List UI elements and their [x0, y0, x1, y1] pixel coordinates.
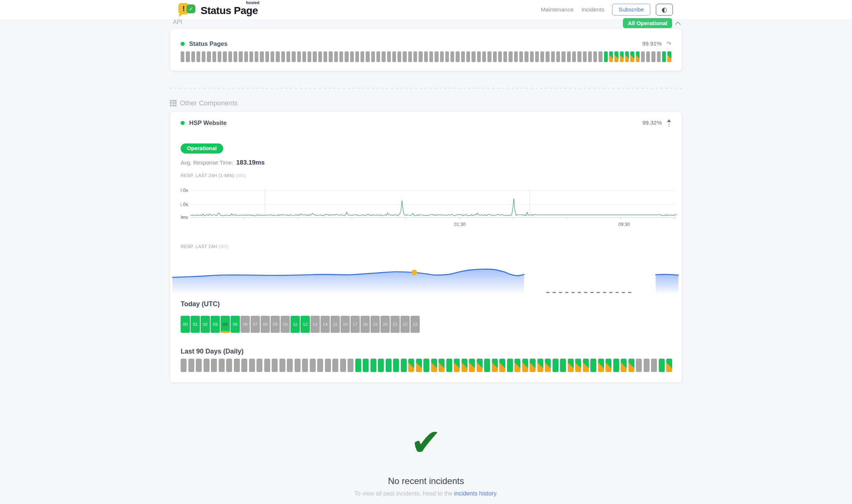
highlighted-data-point[interactable] [412, 270, 417, 275]
uptime-bar[interactable] [223, 51, 227, 62]
uptime-bar[interactable] [295, 359, 301, 372]
uptime-bar[interactable] [196, 359, 202, 372]
uptime-bar[interactable] [219, 359, 225, 372]
uptime-bar[interactable] [493, 51, 497, 62]
uptime-bar[interactable] [651, 359, 657, 372]
uptime-bar[interactable] [386, 359, 392, 372]
uptime-bar[interactable] [588, 51, 592, 62]
uptime-bar[interactable] [461, 51, 465, 62]
brand-logo[interactable]: ! ✓ Status Pagehosted [178, 2, 258, 18]
uptime-bar[interactable] [546, 51, 549, 62]
uptime-bar[interactable] [376, 51, 380, 62]
uptime-bar[interactable] [593, 51, 597, 62]
uptime-bar[interactable] [498, 51, 502, 62]
uptime-bar[interactable] [630, 51, 634, 62]
chevron-up-icon[interactable] [675, 21, 681, 26]
hour-block-08[interactable]: 08 [261, 316, 270, 333]
uptime-bar[interactable] [450, 51, 454, 62]
uptime-bar[interactable] [439, 359, 445, 372]
uptime-bar[interactable] [202, 51, 205, 62]
uptime-bar[interactable] [271, 51, 274, 62]
uptime-bar[interactable] [625, 51, 629, 62]
uptime-bar[interactable] [241, 359, 247, 372]
uptime-bar[interactable] [445, 51, 449, 62]
uptime-bar[interactable] [462, 359, 467, 372]
uptime-bar[interactable] [265, 51, 269, 62]
uptime-bar[interactable] [207, 51, 211, 62]
uptime-bar[interactable] [429, 51, 433, 62]
uptime-bar[interactable] [332, 359, 338, 372]
uptime-bar[interactable] [281, 51, 285, 62]
theme-toggle-button[interactable]: ◐ [656, 4, 673, 16]
uptime-bar[interactable] [556, 51, 560, 62]
uptime-bar[interactable] [590, 359, 596, 372]
uptime-bar[interactable] [620, 51, 624, 62]
uptime-bar[interactable] [606, 359, 611, 372]
refresh-icon[interactable]: ↷ [667, 40, 671, 47]
uptime-bar[interactable] [339, 51, 343, 62]
uptime-bar[interactable] [446, 359, 452, 372]
uptime-bar[interactable] [297, 51, 301, 62]
uptime-bar[interactable] [551, 51, 555, 62]
uptime-bar[interactable] [234, 359, 240, 372]
uptime-bar[interactable] [657, 51, 661, 62]
uptime-bar[interactable] [287, 359, 293, 372]
uptime-bar[interactable] [524, 51, 528, 62]
uptime-bar[interactable] [419, 51, 422, 62]
hour-block-11[interactable]: 11 [291, 316, 300, 333]
uptime-bar[interactable] [666, 359, 672, 372]
uptime-bar[interactable] [598, 359, 604, 372]
uptime-bar[interactable] [249, 359, 255, 372]
uptime-bar[interactable] [313, 51, 316, 62]
uptime-bar[interactable] [403, 51, 406, 62]
uptime-bar[interactable] [323, 51, 327, 62]
uptime-bar[interactable] [302, 359, 308, 372]
uptime-bar[interactable] [279, 359, 285, 372]
uptime-bar[interactable] [286, 51, 290, 62]
uptime-bar[interactable] [514, 359, 520, 372]
uptime-bar[interactable] [382, 51, 385, 62]
uptime-bar[interactable] [469, 359, 475, 372]
uptime-bar[interactable] [345, 51, 348, 62]
uptime-bar[interactable] [537, 359, 543, 372]
uptime-bar[interactable] [355, 51, 359, 62]
uptime-bar[interactable] [366, 51, 369, 62]
uptime-bar[interactable] [577, 51, 581, 62]
uptime-bar[interactable] [614, 51, 618, 62]
uptime-bar[interactable] [378, 359, 384, 372]
scroll-top-arrow-icon[interactable] [667, 119, 671, 127]
uptime-bar[interactable] [348, 359, 353, 372]
uptime-bar[interactable] [228, 51, 232, 62]
uptime-bar[interactable] [392, 51, 396, 62]
uptime-bar[interactable] [276, 51, 279, 62]
uptime-bar[interactable] [360, 51, 364, 62]
hour-block-07[interactable]: 07 [251, 316, 260, 333]
uptime-bar[interactable] [244, 51, 248, 62]
uptime-bar[interactable] [363, 359, 369, 372]
uptime-bar[interactable] [218, 51, 221, 62]
uptime-bar[interactable] [560, 359, 566, 372]
hour-block-03[interactable]: 03 [211, 316, 220, 333]
uptime-bar[interactable] [628, 359, 634, 372]
uptime-bar[interactable] [507, 359, 513, 372]
incidents-history-link[interactable]: incidents history [454, 490, 496, 497]
uptime-bar[interactable] [423, 359, 429, 372]
uptime-bar[interactable] [598, 51, 602, 62]
uptime-bar[interactable] [181, 51, 184, 62]
uptime-bar[interactable] [499, 359, 505, 372]
hour-block-10[interactable]: 10 [281, 316, 290, 333]
uptime-bar[interactable] [234, 51, 237, 62]
uptime-bar[interactable] [509, 51, 512, 62]
uptime-bar[interactable] [401, 359, 407, 372]
uptime-bar[interactable] [609, 51, 613, 62]
uptime-bar[interactable] [636, 51, 640, 62]
hour-block-01[interactable]: 01 [191, 316, 200, 333]
uptime-bar[interactable] [292, 51, 295, 62]
uptime-bar[interactable] [466, 51, 470, 62]
uptime-bar[interactable] [535, 51, 539, 62]
uptime-bar[interactable] [318, 51, 322, 62]
uptime-bar[interactable] [540, 51, 544, 62]
uptime-bar[interactable] [561, 51, 565, 62]
uptime-bar[interactable] [302, 51, 306, 62]
uptime-bar[interactable] [503, 51, 507, 62]
